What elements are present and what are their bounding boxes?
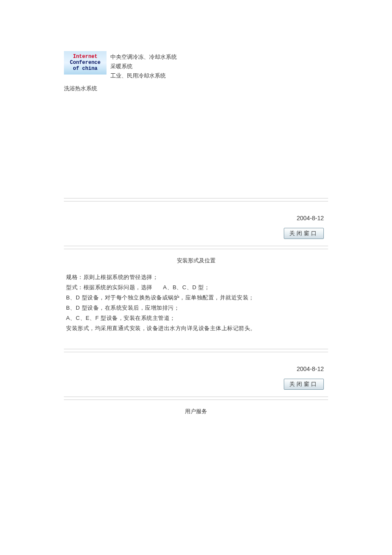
logo-text-line1: Internet xyxy=(64,54,107,60)
content-line: 安装形式，均采用直通式安装，设备进出水方向详见设备主体上标记箭头。 xyxy=(66,323,326,334)
header-line-3: 工业、民用冷却水系统 xyxy=(110,71,177,81)
section-title-install: 安装形式及位置 xyxy=(64,252,328,272)
close-button-wrap-2: 关闭窗口 xyxy=(64,377,328,394)
content-line: B、D 型设备，对于每个独立换热设备或锅炉，应单独配置，并就近安装； xyxy=(66,293,326,303)
spacer xyxy=(64,334,328,346)
content-line: 规格：原则上根据系统的管径选择； xyxy=(66,272,326,282)
logo-text-line3: of china xyxy=(64,66,107,72)
section-title-service: 用户服务 xyxy=(64,403,328,423)
content-text: A、B、C、D 型； xyxy=(163,284,210,290)
close-window-button[interactable]: 关闭窗口 xyxy=(284,228,324,239)
header-below-line: 洗浴热水系统 xyxy=(64,84,328,93)
logo-text-line2: Conference xyxy=(64,60,107,66)
logo-image: Internet Conference of china xyxy=(64,51,107,75)
date-text-2: 2004-8-12 xyxy=(64,355,328,377)
content-text: 型式：根据系统的实际问题，选择 xyxy=(66,284,153,290)
content-line: 型式：根据系统的实际问题，选择A、B、C、D 型； xyxy=(66,282,326,293)
header-block: Internet Conference of china 中央空调冷冻、冷却水系… xyxy=(64,51,328,93)
close-button-wrap-1: 关闭窗口 xyxy=(64,226,328,243)
divider xyxy=(64,400,328,400)
divider xyxy=(64,246,328,246)
content-line: B、D 型设备，在系统安装后，应增加排污； xyxy=(66,303,326,313)
header-line-1: 中央空调冷冻、冷却水系统 xyxy=(110,52,177,62)
close-window-button[interactable]: 关闭窗口 xyxy=(284,379,324,390)
divider xyxy=(64,349,328,349)
spacer xyxy=(64,93,328,196)
divider xyxy=(64,201,328,201)
header-text-block: 中央空调冷冻、冷却水系统 采暖系统 工业、民用冷却水系统 xyxy=(110,51,177,81)
content-line: A、C、E、F 型设备，安装在系统主管道； xyxy=(66,313,326,323)
divider xyxy=(64,397,328,397)
document-page: Internet Conference of china 中央空调冷冻、冷却水系… xyxy=(0,0,392,440)
header-line-2: 采暖系统 xyxy=(110,62,177,71)
date-text-1: 2004-8-12 xyxy=(64,204,328,226)
divider xyxy=(64,352,328,352)
divider xyxy=(64,198,328,198)
divider xyxy=(64,249,328,249)
install-content: 规格：原则上根据系统的管径选择； 型式：根据系统的实际问题，选择A、B、C、D … xyxy=(64,272,328,334)
